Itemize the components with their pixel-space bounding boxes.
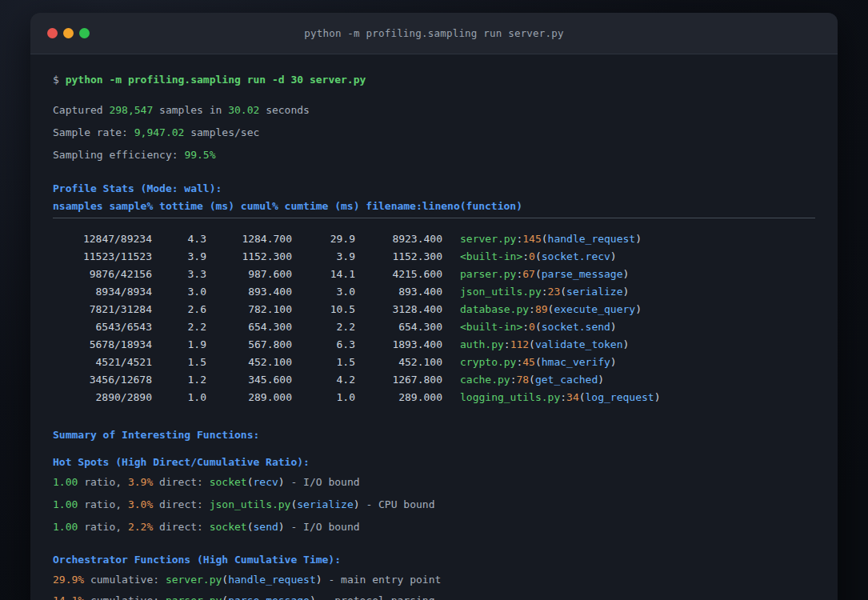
- close-paren: ): [610, 321, 617, 333]
- stats-row: 3456/126781.2345.6004.21267.800cache.py:…: [53, 371, 815, 389]
- cumul-pct-cell: 1.5: [292, 354, 355, 371]
- file-name: server.py: [166, 574, 222, 586]
- open-paren: (: [529, 374, 535, 386]
- efficiency-value: 99.5%: [184, 149, 215, 161]
- seconds-label: seconds: [259, 104, 310, 116]
- line-number: 145: [522, 233, 541, 245]
- captured-line: Captured 298,547 samples in 30.02 second…: [53, 102, 815, 118]
- sample-rate-value: 9,947.02: [134, 126, 185, 138]
- close-paren: ): [610, 250, 617, 262]
- file-name: parser.py: [460, 268, 516, 280]
- cumtime-cell: 1893.400: [355, 336, 442, 354]
- profile-stats-heading: Profile Stats (Mode: wall):: [53, 181, 815, 197]
- table-divider: [53, 218, 815, 218]
- stats-row: 9876/421563.3987.60014.14215.600parser.p…: [53, 266, 815, 283]
- cumul-pct-cell: 29.9: [292, 230, 355, 248]
- colon: :: [522, 321, 529, 333]
- hot-spots-heading: Hot Spots (High Direct/Cumulative Ratio)…: [53, 454, 815, 470]
- open-paren: (: [535, 250, 542, 262]
- function-ref: logging_utils.py:34(log_request): [460, 391, 660, 403]
- hot-spot-line: 1.00 ratio, 3.0% direct: json_utils.py(s…: [53, 497, 815, 513]
- line-number: 89: [535, 303, 548, 315]
- nsamples-cell: 6543/6543: [53, 318, 152, 336]
- nsamples-cell: 4521/4521: [53, 354, 152, 371]
- colon: :: [522, 250, 529, 262]
- nsamples-cell: 2890/2890: [53, 389, 152, 406]
- function-name: log_request: [586, 391, 654, 403]
- direct-label: direct:: [153, 498, 209, 510]
- nsamples-cell: 7821/31284: [53, 301, 152, 318]
- cumulative-pct: 14.1%: [53, 594, 84, 600]
- titlebar[interactable]: python -m profiling.sampling run server.…: [30, 13, 838, 54]
- cumtime-cell: 289.000: [355, 389, 442, 406]
- hot-spot-line: 1.00 ratio, 2.2% direct: socket(send) - …: [53, 519, 815, 535]
- line-number: 45: [522, 356, 535, 368]
- sample-pct-cell: 1.0: [152, 389, 206, 406]
- function-ref: <built-in>:0(socket.send): [460, 321, 617, 333]
- function-ref: json_utils.py:23(serialize): [460, 286, 629, 298]
- ratio-value: 1.00: [53, 476, 78, 488]
- close-paren: ): [598, 374, 604, 386]
- cumul-pct-cell: 14.1: [292, 266, 355, 283]
- file-name: cache.py: [460, 374, 510, 386]
- efficiency-label: Sampling efficiency:: [53, 149, 184, 161]
- file-name: <built-in>: [460, 250, 522, 262]
- close-paren: ): [278, 521, 285, 533]
- function-name: recv: [254, 476, 278, 488]
- direct-pct: 3.9%: [128, 476, 153, 488]
- tottime-cell: 1152.300: [206, 248, 292, 266]
- ratio-value: 1.00: [53, 521, 78, 533]
- function-name: handle_request: [548, 233, 636, 245]
- colon: :: [542, 286, 548, 298]
- direct-label: direct:: [153, 521, 209, 533]
- close-paren: ): [278, 476, 285, 488]
- function-name: get_cached: [535, 374, 598, 386]
- ratio-label: ratio,: [78, 498, 128, 510]
- open-paren: (: [542, 233, 548, 245]
- stats-row: 2890/28901.0289.0001.0289.000logging_uti…: [53, 389, 815, 406]
- open-paren: (: [535, 321, 542, 333]
- function-name: serialize: [297, 498, 353, 510]
- close-paren: ): [654, 391, 661, 403]
- desktop: { "colors": { "bg_outer_start": "#1a1f2a…: [0, 0, 868, 600]
- open-paren: (: [529, 338, 535, 350]
- nsamples-cell: 9876/42156: [53, 266, 152, 283]
- colon: :: [529, 303, 535, 315]
- close-paren: ): [623, 268, 630, 280]
- stats-row: 7821/312842.6782.10010.53128.400database…: [53, 301, 815, 318]
- minimize-button[interactable]: [63, 28, 74, 38]
- close-paren: ): [310, 594, 316, 600]
- function-name: handle_request: [228, 574, 316, 586]
- sample-pct-cell: 3.3: [152, 266, 206, 283]
- tottime-cell: 987.600: [206, 266, 292, 283]
- function-name: parse_message: [542, 268, 623, 280]
- function-ref: auth.py:112(validate_token): [460, 338, 629, 350]
- maximize-button[interactable]: [79, 28, 90, 38]
- orchestrator-list: 29.9% cumulative: server.py(handle_reque…: [53, 572, 815, 600]
- terminal-content[interactable]: $ python -m profiling.sampling run -d 30…: [30, 54, 838, 600]
- function-ref: <built-in>:0(socket.recv): [460, 250, 617, 262]
- close-paren: ): [635, 303, 642, 315]
- sample-rate-label: Sample rate:: [53, 126, 134, 138]
- function-name: serialize: [566, 286, 622, 298]
- sample-pct-cell: 2.2: [152, 318, 206, 336]
- cumul-pct-cell: 4.2: [292, 371, 355, 389]
- file-name: json_utils.py: [460, 286, 542, 298]
- sample-pct-cell: 1.9: [152, 336, 206, 354]
- open-paren: (: [222, 574, 228, 586]
- cumtime-cell: 893.400: [355, 283, 442, 301]
- command-text: python -m profiling.sampling run -d 30 s…: [66, 74, 366, 86]
- open-paren: (: [579, 391, 586, 403]
- open-paren: (: [247, 476, 254, 488]
- function-name: validate_token: [535, 338, 623, 350]
- cumul-pct-cell: 3.0: [292, 283, 355, 301]
- sample-rate-unit: samples/sec: [184, 126, 259, 138]
- cumulative-label: cumulative:: [84, 594, 166, 600]
- colon: :: [560, 391, 566, 403]
- function-name: socket.send: [542, 321, 610, 333]
- cumul-pct-cell: 1.0: [292, 389, 355, 406]
- nsamples-cell: 3456/12678: [53, 371, 152, 389]
- close-button[interactable]: [47, 28, 58, 38]
- file-name: socket: [210, 521, 247, 533]
- traffic-lights: [30, 28, 90, 38]
